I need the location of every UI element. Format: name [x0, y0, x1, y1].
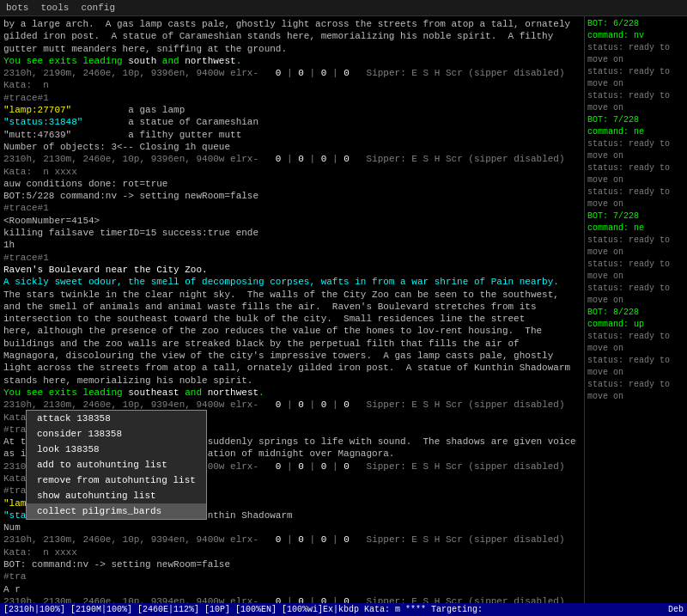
ctx-collect-pilgrims[interactable]: collect pilgrims_bards: [27, 503, 206, 519]
log-line: intersection to the southeast toward the…: [3, 313, 581, 325]
ctx-show-autohunt[interactable]: show autohunting list: [27, 488, 206, 503]
right-panel-line: BOT: 7/228 command: ne: [587, 114, 684, 138]
log-line: The stars twinkle in the clear night sky…: [3, 289, 581, 301]
log-line: A r: [3, 583, 581, 595]
right-panel-line: status: ready to move on: [587, 90, 684, 114]
log-line: A sickly sweet odour, the smell of decom…: [3, 276, 581, 288]
context-menu: attack 138358 consider 138358 look 13835…: [26, 410, 207, 520]
right-panel-line: BOT: 6/228 command: nv: [587, 18, 684, 42]
content-area: by a large arch. A gas lamp casts pale, …: [0, 16, 687, 603]
log-line: 2310h, 2130m, 2460e, 10p, 9396en, 9400w …: [3, 153, 581, 178]
right-panel-line: status: ready to move on: [587, 235, 684, 259]
log-line: #tra: [3, 570, 581, 582]
log-line: Num: [3, 521, 581, 534]
log-line: killing failsave timerID=15 success:true…: [3, 227, 581, 239]
ctx-attack[interactable]: attack 138358: [27, 411, 206, 426]
menu-bots[interactable]: bots: [3, 2, 31, 14]
right-panel-line: status: ready to move on: [587, 283, 684, 307]
log-line: and the smell of animals and animal wast…: [3, 301, 581, 313]
log-line: #trace#1: [3, 202, 581, 214]
main-container: bots tools config by a large arch. A gas…: [0, 0, 687, 616]
main-log: by a large arch. A gas lamp casts pale, …: [0, 16, 584, 603]
log-line: 1h: [3, 239, 581, 251]
right-panel-line: status: ready to move on: [587, 259, 684, 283]
log-line: "status:31848" a statue of Carameshian: [3, 116, 581, 128]
right-panel-line: status: ready to move on: [587, 379, 684, 403]
ctx-consider[interactable]: consider 138358: [27, 426, 206, 442]
status-bar-right: Deb: [668, 605, 684, 614]
log-line: #trace#1: [3, 252, 581, 264]
log-line: BOT:5/228 command:nv -> setting newRoom=…: [3, 190, 581, 202]
right-panel-line: status: ready to move on: [587, 331, 684, 355]
log-line: "lamp:27707" a gas lamp: [3, 104, 581, 116]
status-bar-text: [2310h|100%] [2190M|100%] [2460E|112%] […: [3, 605, 668, 614]
right-panel-line: status: ready to move on: [587, 186, 684, 210]
right-panel-line: BOT: 8/228 command: up: [587, 307, 684, 331]
log-line: Magnagora, discolouring the view of the …: [3, 350, 581, 362]
log-line: You see exits leading southeast and nort…: [3, 387, 581, 399]
right-panel-line: status: ready to move on: [587, 138, 684, 162]
log-line: buildings and the zoo walls are streaked…: [3, 338, 581, 350]
ctx-remove-autohunt[interactable]: remove from autohunting list: [27, 473, 206, 488]
right-panel: BOT: 6/228 command: nv status: ready to …: [584, 16, 687, 603]
right-panel-line: status: ready to move on: [587, 66, 684, 90]
log-line: gilded iron post. A statue of Carameshia…: [3, 30, 581, 42]
log-line: BOT: command:nv -> setting newRoom=false: [3, 558, 581, 570]
status-bar: [2310h|100%] [2190M|100%] [2460E|112%] […: [0, 603, 687, 616]
ctx-look[interactable]: look 138358: [27, 442, 206, 457]
log-line: stands here, memorializing his noble spi…: [3, 375, 581, 387]
log-line: auw conditions done: rot=true: [3, 178, 581, 190]
log-line: "mutt:47639" a filthy gutter mutt: [3, 129, 581, 141]
right-panel-line: status: ready to move on: [587, 162, 684, 186]
right-panel-line: BOT: 7/228 command: ne: [587, 210, 684, 235]
top-menu: bots tools config: [0, 0, 687, 16]
log-line: #trace#1: [3, 92, 581, 104]
ctx-add-autohunt[interactable]: add to autohunting list: [27, 457, 206, 473]
log-line: here, although the presence of the zoo r…: [3, 325, 581, 337]
log-line: by a large arch. A gas lamp casts pale, …: [3, 18, 581, 30]
log-line: You see exits leading south and northwes…: [3, 55, 581, 67]
log-line: light across the streets from atop a tal…: [3, 362, 581, 374]
log-line: <RoomNumber=4154>: [3, 215, 581, 227]
log-line: gutter mutt meanders here, sniffing at t…: [3, 43, 581, 55]
right-panel-line: status: ready to move on: [587, 42, 684, 66]
log-line: 2310h, 2190m, 2460e, 10p, 9396en, 9400w …: [3, 67, 581, 92]
menu-tools[interactable]: tools: [38, 2, 71, 14]
log-line: Raven's Boulevard near the City Zoo.: [3, 264, 581, 276]
menu-config[interactable]: config: [78, 2, 118, 14]
log-line: 2310h, 2130m, 2460e, 10p, 9394en, 9400w …: [3, 534, 581, 558]
log-line: 2310h, 2130m, 2460e, 10p, 9394en, 9400w …: [3, 595, 581, 603]
right-panel-line: status: ready to move on: [587, 355, 684, 379]
log-line: Number of objects: 3<-- Closing 1h queue: [3, 141, 581, 153]
